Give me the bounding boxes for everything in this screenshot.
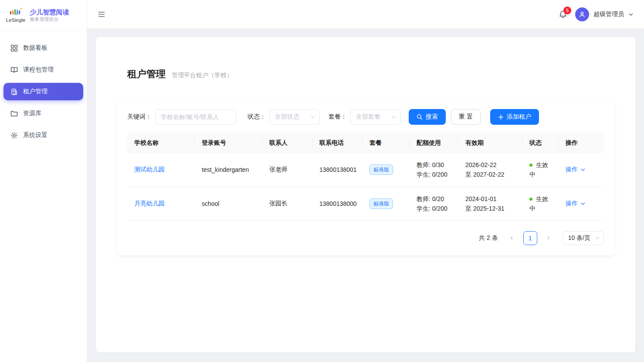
- row-actions-dropdown[interactable]: 操作: [566, 200, 586, 208]
- contact-cell: 张老师: [262, 153, 312, 187]
- validity-cell: 2024-01-01 至 2025-12-31: [458, 187, 522, 220]
- brand-logo-text: LeSingle: [6, 17, 25, 23]
- brand-title: 少儿智慧阅读: [30, 8, 69, 16]
- search-icon: [417, 114, 423, 120]
- page-size-value: 10 条/页: [568, 234, 590, 242]
- tenant-table: 学校名称 登录账号 联系人 联系电话 套餐 配额使用 有效期 状态 操作: [127, 133, 604, 221]
- plan-label: 套餐：: [329, 113, 347, 121]
- header: 5 超级管理员: [87, 0, 644, 29]
- phone-cell: 13800138001: [312, 153, 363, 187]
- pagination: 共 2 条 1 10 条/页: [127, 231, 604, 245]
- sidebar-item-label: 租户管理: [23, 88, 47, 96]
- chevron-left-icon: [509, 236, 514, 240]
- school-name-link[interactable]: 月亮幼儿园: [134, 200, 165, 207]
- table-header-row: 学校名称 登录账号 联系人 联系电话 套餐 配额使用 有效期 状态 操作: [127, 133, 604, 153]
- book-icon: [10, 66, 18, 74]
- page-subtitle: 管理平台租户（学校）: [172, 72, 233, 79]
- tenant-panel: 关键词： 状态： 全部状态 套餐： 全部套餐: [117, 100, 614, 256]
- contact-cell: 张园长: [262, 187, 312, 220]
- table-row: 测试幼儿园 test_kindergarten 张老师 13800138001 …: [127, 153, 604, 187]
- building-icon: [10, 88, 18, 96]
- sidebar-item-resources[interactable]: 资源库: [3, 105, 83, 122]
- account-cell: test_kindergarten: [195, 153, 262, 187]
- page-head: 租户管理 管理平台租户（学校）: [127, 68, 614, 81]
- status-select[interactable]: 全部状态: [269, 109, 320, 125]
- main-area: 5 超级管理员: [87, 0, 644, 362]
- sidebar-item-label: 资源库: [23, 109, 41, 117]
- pagination-page-1[interactable]: 1: [523, 231, 537, 245]
- status-badge: 生效中: [529, 195, 548, 212]
- col-actions: 操作: [559, 133, 604, 153]
- chevron-down-icon: [310, 115, 315, 120]
- menu-fold-icon: [98, 10, 105, 18]
- sidebar: LeSingle 少儿智慧阅读 服务管理后台 数据看板: [0, 0, 87, 362]
- sidebar-menu: 数据看板 课程包管理 租户管理: [0, 31, 87, 153]
- user-icon: [579, 11, 586, 18]
- status-select-value: 全部状态: [275, 113, 299, 121]
- page-card: 租户管理 管理平台租户（学校） 关键词： 状态： 全部状态: [96, 37, 635, 352]
- chevron-down-icon: [580, 201, 586, 206]
- sidebar-item-settings[interactable]: 系统设置: [3, 126, 83, 144]
- plan-tag: 标准版: [369, 198, 393, 209]
- status-label: 状态：: [247, 113, 266, 121]
- sidebar-item-label: 课程包管理: [23, 66, 54, 74]
- lesingle-logo-icon: [8, 7, 24, 17]
- keyword-label: 关键词：: [127, 113, 152, 121]
- col-school: 学校名称: [127, 133, 195, 153]
- status-cell: 生效中: [522, 153, 559, 187]
- sidebar-item-label: 数据看板: [23, 44, 47, 52]
- validity-cell: 2026-02-22 至 2027-02-22: [458, 153, 522, 187]
- search-button[interactable]: 搜索: [409, 109, 446, 125]
- filter-bar: 关键词： 状态： 全部状态 套餐： 全部套餐: [127, 109, 604, 125]
- user-name: 超级管理员: [593, 10, 624, 18]
- pagination-next-button[interactable]: [542, 231, 556, 245]
- page-title: 租户管理: [127, 68, 166, 81]
- quota-cell: 教师: 0/30 学生: 0/200: [410, 153, 458, 187]
- brand-subtitle: 服务管理后台: [30, 16, 69, 23]
- app-layout: LeSingle 少儿智慧阅读 服务管理后台 数据看板: [0, 0, 644, 362]
- col-contact: 联系人: [262, 133, 312, 153]
- col-quota: 配额使用: [410, 133, 458, 153]
- sidebar-item-dashboard[interactable]: 数据看板: [3, 39, 83, 57]
- school-name-link[interactable]: 测试幼儿园: [134, 166, 165, 173]
- plus-icon: [498, 114, 504, 120]
- plan-select[interactable]: 全部套餐: [350, 109, 401, 125]
- chevron-down-icon: [580, 167, 586, 172]
- sidebar-item-course-packages[interactable]: 课程包管理: [3, 61, 83, 79]
- account-cell: school: [195, 187, 262, 220]
- page-size-select[interactable]: 10 条/页: [563, 231, 604, 245]
- brand-text: 少儿智慧阅读 服务管理后台: [30, 8, 69, 23]
- reset-button[interactable]: 重 置: [451, 109, 481, 125]
- keyword-input[interactable]: [155, 109, 236, 125]
- chevron-down-icon: [628, 12, 634, 17]
- col-plan: 套餐: [363, 133, 410, 153]
- col-account: 登录账号: [195, 133, 262, 153]
- brand: LeSingle 少儿智慧阅读 服务管理后台: [0, 0, 87, 31]
- row-actions-dropdown[interactable]: 操作: [566, 166, 586, 174]
- content: 租户管理 管理平台租户（学校） 关键词： 状态： 全部状态: [87, 29, 644, 362]
- add-tenant-button[interactable]: 添加租户: [490, 109, 539, 125]
- pagination-prev-button[interactable]: [505, 231, 519, 245]
- sidebar-item-label: 系统设置: [23, 131, 47, 139]
- status-dot: [529, 164, 532, 167]
- status-cell: 生效中: [522, 187, 559, 220]
- chevron-down-icon: [391, 115, 396, 120]
- user-menu[interactable]: 超级管理员: [575, 7, 634, 21]
- notification-bell-button[interactable]: 5: [559, 10, 567, 19]
- pagination-total: 共 2 条: [479, 234, 498, 242]
- table-row: 月亮幼儿园 school 张园长 13800138000 标准版 教师: 0/2…: [127, 187, 604, 220]
- sidebar-item-tenants[interactable]: 租户管理: [3, 83, 83, 100]
- brand-logo: LeSingle: [6, 7, 25, 23]
- folder-icon: [10, 110, 18, 117]
- dashboard-icon: [10, 44, 18, 52]
- quota-cell: 教师: 0/20 学生: 0/200: [410, 187, 458, 220]
- col-status: 状态: [522, 133, 559, 153]
- col-validity: 有效期: [458, 133, 522, 153]
- plan-tag: 标准版: [369, 164, 393, 175]
- gear-icon: [10, 132, 18, 139]
- phone-cell: 13800138000: [312, 187, 363, 220]
- plan-select-value: 全部套餐: [356, 113, 380, 121]
- sidebar-collapse-button[interactable]: [98, 10, 105, 18]
- chevron-down-icon: [595, 236, 600, 240]
- header-right: 5 超级管理员: [559, 7, 634, 21]
